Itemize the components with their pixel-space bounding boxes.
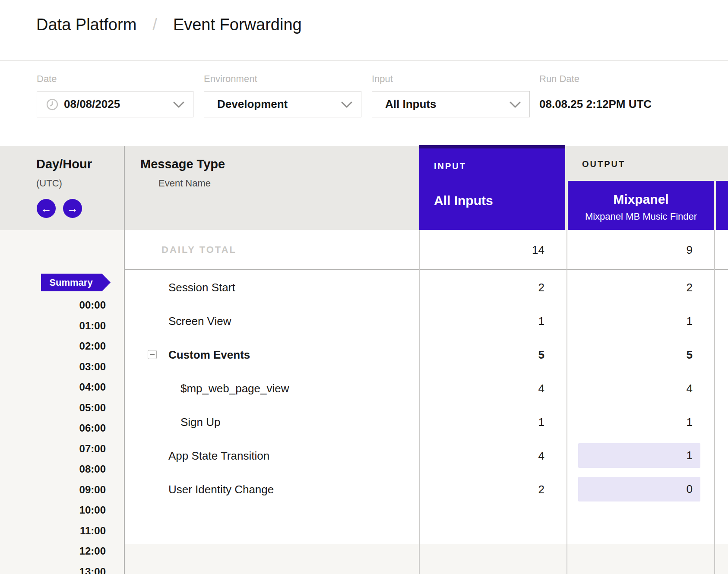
event-name-column-subtitle: Event Name — [158, 178, 211, 189]
message-type-column-title: Message Type — [140, 157, 225, 171]
daily-total-input-count: 14 — [532, 230, 544, 270]
event-name-label: Sign Up — [180, 405, 221, 439]
output-count-cell: 0 — [578, 477, 700, 501]
output-connection-name: Mixpanel MB Music Finder — [568, 211, 714, 222]
event-name-label: Session Start — [168, 271, 235, 304]
hour-row-label[interactable]: 03:00 — [0, 360, 106, 373]
hour-row-label[interactable]: 09:00 — [0, 483, 106, 496]
message-input-column-divider — [419, 230, 420, 574]
hour-row-label[interactable]: 11:00 — [0, 524, 106, 537]
environment-select-value: Development — [217, 98, 288, 111]
input-filter-group: Input All Inputs — [372, 61, 530, 146]
daily-total-divider — [125, 269, 728, 270]
input-count-cell: 5 — [538, 338, 544, 372]
output-column-header-partial[interactable] — [716, 181, 728, 230]
output-name: Mixpanel — [568, 192, 714, 207]
hour-row-label[interactable]: 04:00 — [0, 381, 106, 394]
input-column-header[interactable]: INPUT All Inputs — [419, 145, 565, 230]
event-name-label: Custom Events — [168, 338, 250, 372]
event-name-label: Screen View — [168, 304, 231, 338]
summary-tab[interactable]: Summary — [41, 274, 111, 291]
input-column-value: All Inputs — [434, 193, 493, 208]
output-count-cell: 2 — [687, 271, 693, 304]
input-count-cell: 2 — [538, 473, 544, 506]
input-select[interactable]: All Inputs — [372, 91, 530, 117]
collapse-minus-icon[interactable] — [148, 350, 157, 359]
chevron-down-icon — [341, 101, 352, 108]
chevron-down-icon — [173, 101, 184, 108]
event-forwarding-page: Data Platform/Event Forwarding Date 08/0… — [0, 0, 728, 574]
hour-row-label[interactable]: 00:00 — [0, 299, 106, 312]
output-count-cell: 4 — [687, 372, 693, 405]
breadcrumb-separator: / — [152, 16, 157, 34]
input-count-cell: 1 — [538, 405, 544, 439]
breadcrumb-page-title: Event Forwarding — [173, 16, 302, 34]
hour-row-label[interactable]: 08:00 — [0, 463, 106, 476]
run-date-label: Run Date — [539, 73, 579, 85]
highlighted-output-cell[interactable]: 0 — [578, 477, 700, 501]
input-count-cell: 4 — [538, 372, 544, 405]
environment-filter-group: Environment Development — [204, 61, 361, 146]
hour-row-label[interactable]: 13:00 — [0, 565, 106, 574]
hour-row-label[interactable]: 06:00 — [0, 422, 106, 435]
output-count-cell: 5 — [687, 338, 693, 372]
output-section-label: OUTPUT — [582, 159, 625, 169]
table-footer-band — [125, 544, 728, 574]
output-count-cell: 1 — [687, 405, 693, 439]
input-count-cell: 4 — [538, 439, 544, 473]
environment-filter-label: Environment — [204, 73, 257, 85]
input-select-value: All Inputs — [385, 98, 436, 111]
highlighted-output-cell[interactable]: 1 — [578, 443, 700, 468]
input-output-column-divider — [567, 230, 567, 574]
hour-row-label[interactable]: 02:00 — [0, 340, 106, 353]
output-column-divider — [714, 230, 715, 574]
chevron-down-icon — [510, 101, 521, 108]
sidebar-column-divider — [124, 146, 125, 574]
input-count-cell: 2 — [538, 271, 544, 304]
run-date-group: Run Date 08.08.25 2:12PM UTC — [539, 61, 686, 146]
hour-row-label[interactable]: 05:00 — [0, 401, 106, 414]
input-column-label: INPUT — [434, 161, 466, 171]
output-column-header-mixpanel[interactable]: Mixpanel Mixpanel MB Music Finder — [568, 181, 714, 230]
summary-tab-label: Summary — [41, 274, 111, 291]
daily-total-label: DAILY TOTAL — [161, 230, 237, 270]
input-filter-label: Input — [372, 73, 393, 85]
event-name-label: $mp_web_page_view — [180, 372, 289, 405]
environment-select[interactable]: Development — [204, 91, 361, 117]
event-name-label: User Identity Change — [168, 473, 274, 506]
hour-row-label[interactable]: 12:00 — [0, 545, 106, 558]
hour-row-label[interactable]: 01:00 — [0, 319, 106, 332]
run-date-value: 08.08.25 2:12PM UTC — [539, 98, 652, 111]
input-count-cell: 1 — [538, 304, 544, 338]
hour-row-label[interactable]: 07:00 — [0, 442, 106, 455]
event-name-label: App State Transition — [168, 439, 269, 473]
hour-row-label[interactable]: 10:00 — [0, 504, 106, 517]
output-count-cell: 1 — [687, 304, 693, 338]
daily-total-output-count: 9 — [687, 230, 693, 270]
output-count-cell: 1 — [578, 443, 700, 468]
